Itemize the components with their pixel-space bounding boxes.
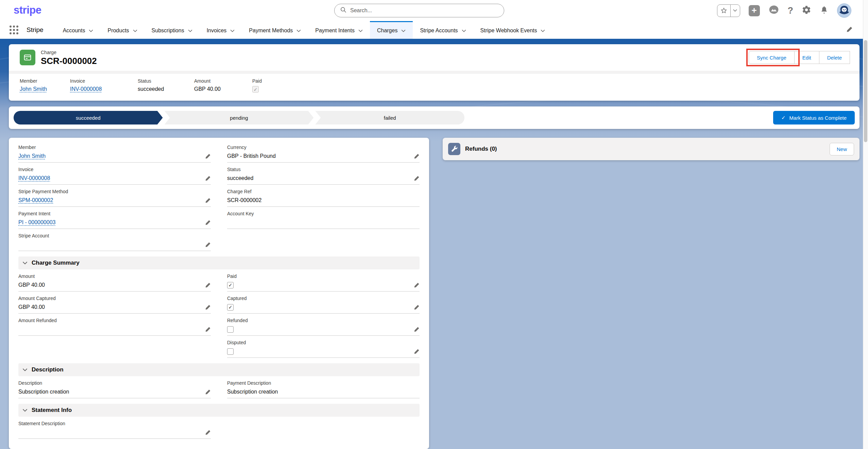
favorites-dropdown-icon[interactable] — [730, 5, 740, 17]
edit-pencil-icon[interactable] — [205, 430, 211, 435]
new-refund-button[interactable]: New — [830, 143, 854, 155]
record-link[interactable]: SPM-0000002 — [18, 197, 53, 203]
field-value: SCR-0000002 — [227, 197, 261, 203]
quick-add-icon[interactable]: + — [749, 5, 760, 16]
chevron-down-icon[interactable] — [188, 28, 192, 34]
edit-pencil-icon[interactable] — [414, 176, 420, 181]
tab-payment-intents[interactable]: Payment Intents — [308, 21, 370, 39]
mark-status-complete-button[interactable]: ✓ Mark Status as Complete — [773, 111, 855, 124]
tab-payment-methods[interactable]: Payment Methods — [242, 21, 308, 39]
section-header-statement-info[interactable]: Statement Info — [18, 404, 420, 417]
field-grid: MemberJohn SmithCurrencyGBP - British Po… — [18, 140, 420, 251]
tab-label: Stripe Webhook Events — [480, 28, 537, 34]
section-header-charge-summary[interactable]: Charge Summary — [18, 256, 420, 269]
chevron-down-icon[interactable] — [358, 28, 363, 34]
trailhead-icon[interactable] — [768, 5, 779, 16]
edit-pencil-icon[interactable] — [414, 304, 420, 310]
page-scrollbar[interactable] — [863, 0, 868, 449]
record-link[interactable]: PI - 000000003 — [18, 219, 55, 226]
tab-label: Stripe Accounts — [420, 28, 458, 34]
record-link[interactable]: INV-0000008 — [70, 86, 102, 92]
path-stage-succeeded[interactable]: succeeded — [14, 111, 163, 124]
edit-pencil-icon[interactable] — [414, 327, 420, 332]
tab-stripe-webhook-events[interactable]: Stripe Webhook Events — [473, 21, 552, 39]
field-grid: AmountGBP 40.00Paid✓Amount CapturedGBP 4… — [18, 269, 420, 358]
field-label: Captured — [227, 296, 420, 301]
edit-pencil-icon[interactable] — [205, 327, 211, 332]
highlight-fields: MemberJohn SmithInvoiceINV-0000008Status… — [9, 74, 860, 93]
field-value: ✓ — [252, 86, 262, 93]
avatar[interactable] — [837, 3, 851, 18]
field-stripe-payment-method: Stripe Payment MethodSPM-0000002 — [18, 185, 211, 207]
notifications-bell-icon[interactable] — [820, 5, 829, 16]
delete-button[interactable]: Delete — [819, 51, 850, 64]
chevron-down-icon[interactable] — [401, 28, 406, 34]
edit-pencil-icon[interactable] — [205, 282, 211, 288]
path-stage-label: pending — [230, 115, 248, 121]
tab-accounts[interactable]: Accounts — [56, 21, 101, 39]
sync-charge-button[interactable]: Sync Charge — [749, 51, 795, 64]
field-label: Invoice — [18, 167, 211, 172]
chevron-down-icon — [22, 260, 28, 266]
edit-pencil-icon[interactable] — [205, 198, 211, 203]
tab-invoices[interactable]: Invoices — [200, 21, 242, 39]
tab-label: Accounts — [63, 28, 85, 34]
field-refunded: Refunded — [227, 314, 420, 336]
field-value-row — [227, 216, 420, 229]
favorites-star-icon[interactable] — [717, 5, 730, 17]
field-currency: CurrencyGBP - British Pound — [227, 140, 420, 163]
field-value-wrap: John Smith — [20, 86, 70, 92]
record-link[interactable]: John Smith — [20, 86, 47, 92]
tab-charges[interactable]: Charges — [370, 21, 413, 39]
field-label: Disputed — [227, 340, 420, 345]
record-link[interactable]: John Smith — [18, 153, 46, 159]
path-card: succeededpendingfailed ✓ Mark Status as … — [9, 106, 860, 129]
field-label: Stripe Payment Method — [18, 189, 211, 194]
tab-stripe-accounts[interactable]: Stripe Accounts — [413, 21, 473, 39]
edit-pencil-icon[interactable] — [205, 304, 211, 310]
setup-gear-icon[interactable] — [802, 5, 811, 16]
edit-button[interactable]: Edit — [795, 51, 819, 64]
field-value: GBP 40.00 — [194, 86, 252, 92]
chevron-down-icon[interactable] — [462, 28, 466, 34]
refunded-checkbox — [227, 326, 234, 333]
refunds-title[interactable]: Refunds (0) — [465, 146, 497, 152]
tab-subscriptions[interactable]: Subscriptions — [144, 21, 200, 39]
scrollbar-thumb[interactable] — [864, 40, 867, 142]
highlight-field-paid: Paid✓ — [252, 78, 262, 93]
edit-pencil-icon[interactable] — [205, 176, 211, 181]
favorites-control[interactable] — [717, 4, 740, 17]
edit-pencil-icon[interactable] — [205, 242, 211, 248]
edit-pencil-icon[interactable] — [205, 220, 211, 226]
app-launcher-icon[interactable] — [10, 26, 18, 34]
search-input[interactable] — [350, 7, 498, 14]
edit-pencil-icon[interactable] — [205, 389, 211, 395]
section-header-description[interactable]: Description — [18, 363, 420, 376]
edit-pencil-icon[interactable] — [414, 349, 420, 354]
field-label: Payment Description — [227, 380, 420, 386]
chevron-down-icon[interactable] — [296, 28, 301, 34]
chevron-down-icon[interactable] — [89, 28, 93, 34]
field-payment-intent: Payment IntentPI - 000000003 — [18, 207, 211, 229]
global-search[interactable] — [334, 4, 504, 17]
captured-checkbox: ✓ — [227, 304, 234, 311]
field-value-row: succeeded — [227, 172, 420, 184]
edit-pencil-icon[interactable] — [414, 282, 420, 288]
blank-cell — [227, 229, 420, 251]
nav-edit-pencil-icon[interactable] — [846, 26, 853, 34]
status-path: succeededpendingfailed — [14, 111, 464, 124]
chevron-down-icon[interactable] — [541, 28, 545, 34]
edit-pencil-icon[interactable] — [205, 153, 211, 159]
edit-pencil-icon[interactable] — [414, 153, 420, 159]
global-header: stripe + ? — [0, 0, 863, 21]
chevron-down-icon[interactable] — [133, 28, 137, 34]
record-link[interactable]: INV-0000008 — [18, 175, 50, 181]
path-stage-failed[interactable]: failed — [315, 111, 464, 124]
tab-label: Payment Methods — [249, 28, 293, 34]
tab-label: Invoices — [207, 28, 227, 34]
help-icon[interactable]: ? — [788, 5, 794, 16]
tab-products[interactable]: Products — [100, 21, 144, 39]
chevron-down-icon[interactable] — [230, 28, 235, 34]
path-stage-pending[interactable]: pending — [165, 111, 314, 124]
field-amount-captured: Amount CapturedGBP 40.00 — [18, 292, 211, 314]
